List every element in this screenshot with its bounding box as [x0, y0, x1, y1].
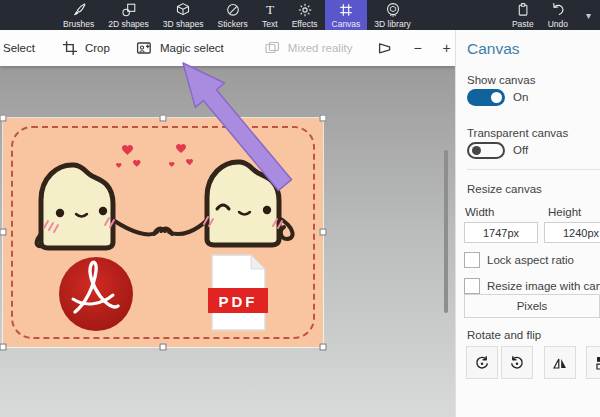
tab-canvas[interactable]: Canvas — [325, 0, 368, 30]
zoom-out-button[interactable]: − — [413, 40, 421, 56]
transparent-canvas-label: Transparent canvas — [467, 127, 568, 139]
svg-text:T: T — [266, 3, 274, 18]
flip-horizontal-icon — [552, 355, 568, 371]
action-label: Undo — [548, 20, 568, 29]
chevron-down-icon[interactable]: ▾ — [575, 0, 600, 30]
stickers-icon — [225, 2, 241, 18]
panel-divider — [467, 169, 600, 170]
undo-button[interactable]: Undo — [541, 0, 575, 30]
tab-2d-shapes[interactable]: 2D shapes — [101, 0, 156, 30]
lock-aspect-label: Lock aspect ratio — [487, 254, 574, 266]
paste-button[interactable]: Paste — [505, 0, 541, 30]
paint3d-window: Brushes 2D shapes 3D shapes Stickers T T… — [0, 0, 600, 417]
mixed-reality-icon — [264, 40, 281, 56]
tab-label: Stickers — [217, 20, 247, 29]
rotate-left-icon — [474, 355, 490, 371]
edit-toolbar: Select Crop Magic select Mixed reality −… — [0, 30, 455, 66]
adobe-acrobat-logo — [59, 257, 133, 331]
zoom-in-button[interactable]: + — [443, 40, 451, 56]
crop-button[interactable]: Crop — [62, 40, 110, 56]
magic-select-button[interactable]: Magic select — [136, 40, 224, 56]
3d-view-icon — [376, 40, 393, 56]
select-button[interactable]: Select — [3, 42, 35, 54]
tab-label: Canvas — [332, 20, 361, 29]
rotate-right-icon — [509, 355, 525, 371]
select-label: Select — [3, 42, 35, 54]
pdf-file-icon: PDF — [208, 255, 268, 330]
transparent-canvas-state: Off — [513, 144, 528, 156]
tab-3d-shapes[interactable]: 3D shapes — [156, 0, 211, 30]
tab-label: 3D library — [374, 20, 410, 29]
magic-select-label: Magic select — [160, 42, 224, 54]
crop-icon — [62, 40, 78, 56]
canvas-settings-panel: Canvas Show canvas On Transparent canvas… — [455, 30, 600, 417]
mixed-reality-button[interactable]: Mixed reality — [264, 40, 353, 56]
tab-effects[interactable]: Effects — [285, 0, 325, 30]
tab-stickers[interactable]: Stickers — [210, 0, 254, 30]
selection-handle-sw[interactable] — [0, 344, 7, 351]
flip-vertical-button[interactable] — [586, 346, 600, 379]
resize-canvas-heading: Resize canvas — [467, 183, 542, 195]
workspace-scrollbar[interactable] — [444, 150, 448, 313]
tab-brushes[interactable]: Brushes — [56, 0, 101, 30]
tab-label: Text — [262, 20, 278, 29]
flip-vertical-icon — [594, 355, 600, 371]
mixed-reality-label: Mixed reality — [288, 42, 353, 54]
topbar-actions: Paste Undo ▾ — [505, 0, 600, 30]
width-input[interactable] — [464, 222, 538, 243]
rotate-flip-heading: Rotate and flip — [467, 329, 541, 341]
pdf-badge: PDF — [219, 293, 258, 310]
3d-shapes-icon — [175, 2, 191, 18]
show-canvas-toggle[interactable] — [467, 89, 505, 106]
undo-icon — [550, 2, 566, 18]
tab-label: Brushes — [63, 20, 94, 29]
width-label: Width — [465, 206, 494, 218]
canvas-artwork[interactable]: PDF — [3, 118, 323, 347]
paste-icon — [515, 2, 531, 18]
selection-handle-w[interactable] — [0, 229, 7, 236]
canvas-icon — [338, 2, 354, 18]
rotate-left-button[interactable] — [466, 346, 498, 379]
selection-handle-se[interactable] — [320, 344, 327, 351]
brush-icon — [71, 2, 87, 18]
selection-handle-ne[interactable] — [320, 115, 327, 122]
transparent-canvas-toggle[interactable] — [467, 142, 505, 159]
selection-handle-nw[interactable] — [0, 115, 7, 122]
toggle-knob — [491, 92, 502, 103]
selection-handle-s[interactable] — [160, 344, 167, 351]
show-canvas-label: Show canvas — [467, 74, 535, 86]
lock-aspect-checkbox[interactable] — [464, 252, 480, 268]
zoom-in-icon: + — [443, 40, 451, 56]
action-label: Paste — [512, 20, 534, 29]
tab-label: 3D shapes — [163, 20, 204, 29]
canvas-workspace[interactable]: PDF — [0, 66, 455, 417]
toast-pdf-illustration: PDF — [3, 118, 323, 347]
tab-3d-library[interactable]: 3D library — [367, 0, 417, 30]
crop-label: Crop — [85, 42, 110, 54]
2d-shapes-icon — [121, 2, 137, 18]
flip-horizontal-button[interactable] — [544, 346, 576, 379]
rotate-right-button[interactable] — [501, 346, 533, 379]
panel-title: Canvas — [467, 40, 520, 58]
tab-text[interactable]: T Text — [255, 0, 285, 30]
tool-tabs: Brushes 2D shapes 3D shapes Stickers T T… — [56, 0, 418, 30]
3d-library-icon — [385, 2, 401, 18]
tab-label: 2D shapes — [108, 20, 149, 29]
resize-image-checkbox[interactable] — [464, 278, 480, 294]
effects-icon — [297, 2, 313, 18]
height-label: Height — [548, 206, 581, 218]
selection-handle-e[interactable] — [320, 229, 327, 236]
top-toolbar: Brushes 2D shapes 3D shapes Stickers T T… — [0, 0, 600, 30]
magic-select-icon — [136, 40, 153, 56]
tab-label: Effects — [292, 20, 318, 29]
toggle-knob — [472, 146, 481, 155]
height-input[interactable] — [544, 222, 600, 243]
zoom-out-icon: − — [413, 40, 421, 56]
3d-view-button[interactable] — [376, 40, 393, 56]
pixels-unit-button[interactable]: Pixels — [464, 294, 600, 318]
resize-image-label: Resize image with canvas — [487, 280, 600, 292]
text-icon: T — [262, 2, 278, 18]
show-canvas-state: On — [513, 91, 528, 103]
selection-handle-n[interactable] — [160, 115, 167, 122]
